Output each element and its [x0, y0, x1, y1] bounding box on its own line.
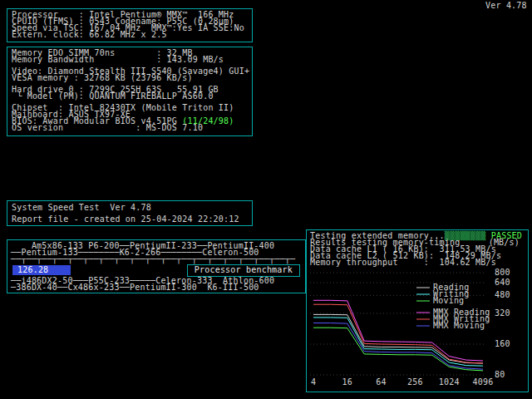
- y-tick-label: 320: [495, 308, 510, 318]
- benchmark-ruler: ──┬──┬──┬──┬──┬──┬──┬──┬──┬──┬──┬──┬──┬─…: [11, 256, 302, 263]
- version-label: Ver 4.78: [485, 2, 527, 9]
- x-tick-label: 4: [311, 377, 316, 387]
- y-tick-label: 640: [495, 278, 510, 287]
- x-tick-label: 4096: [473, 377, 494, 387]
- memory-bandwidth-line: Memory Bandwidth : 143.09 MB/s: [12, 57, 248, 63]
- memory-timing-chart: 800640480320160804166425610244096Reading…: [310, 265, 525, 392]
- x-tick-label: 64: [376, 377, 386, 387]
- memory-test-panel: Testing extended memory...▒▒▒▒▒▒▒▒ PASSE…: [306, 229, 529, 392]
- y-tick-label: 800: [495, 268, 510, 277]
- cpu-benchmark-chart: Am5x86-133 P6-200──PentiumII-233──Pentiu…: [7, 239, 306, 293]
- x-tick-label: 16: [342, 377, 352, 387]
- processor-info-panel: Processor : Intel Pentium® MMX™ 166 MHz …: [7, 8, 253, 42]
- dos-screen: Ver 4.78 Processor : Intel Pentium® MMX™…: [0, 0, 532, 399]
- vesa-memory-line: VESA memory : 32768 KB (23796 KB/s): [12, 75, 248, 81]
- x-tick-label: 256: [407, 377, 423, 387]
- hardware-info-panel: Memory EDO SIMM 70ns : 32 MB Memory Band…: [7, 47, 253, 136]
- y-tick-label: 80: [495, 370, 505, 379]
- extern-clock-line: Extern. clock: 66.82 MHz x 2.5: [12, 32, 248, 38]
- legend-label: Moving: [433, 296, 464, 305]
- x-tick-label: 1024: [439, 377, 460, 387]
- benchmark-score-row: 126.28 Processor benchmark: [11, 264, 302, 277]
- legend-label: MMX Moving: [433, 321, 485, 330]
- cpu-names-bottom-2: ─386DX-40──Cx486x-233──PentiumII-300 K6-…: [11, 284, 302, 291]
- report-created-line: Report file - created on 25-04-2024 22:2…: [12, 216, 248, 223]
- hard-drive-model-line: └ Model (PM): QUANTUM FIREBALLP AS60.0: [12, 93, 248, 100]
- y-axis-unit-label: (MB/s): [489, 239, 520, 246]
- benchmark-label-box: Processor benchmark: [187, 264, 300, 277]
- benchmark-score: 126.28: [12, 265, 71, 275]
- report-panel: System Speed Test Ver 4.78 Report file -…: [7, 200, 253, 226]
- y-tick-label: 160: [495, 339, 510, 348]
- report-title-line: System Speed Test Ver 4.78: [12, 204, 248, 211]
- y-tick-label: 480: [495, 290, 510, 299]
- os-version-line: OS version : MS-DOS 7.10: [12, 125, 248, 131]
- benchmark-label: Processor benchmark: [195, 265, 293, 274]
